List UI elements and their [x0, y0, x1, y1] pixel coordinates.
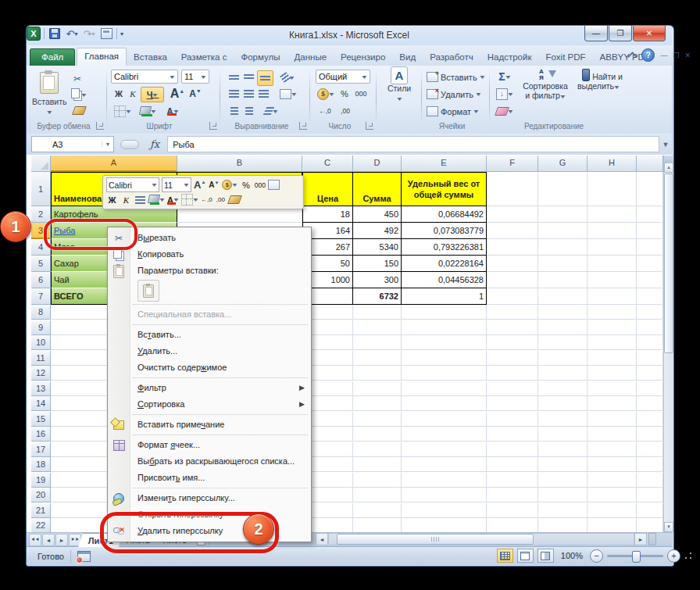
scroll-down-icon[interactable]: ▼ [664, 522, 673, 532]
menu-item-16[interactable]: Формат ячеек... [108, 437, 311, 453]
cell-D15[interactable] [353, 412, 402, 427]
wrap-text-button[interactable]: ▼ [260, 104, 282, 118]
cell-E5[interactable]: 0,02228164 [402, 256, 487, 272]
cell-F8[interactable] [487, 305, 538, 320]
menu-item-1[interactable]: Копировать [108, 246, 311, 263]
cell-3[interactable] [637, 223, 663, 239]
cell-F15[interactable] [487, 412, 538, 427]
name-box[interactable]: A3 ▼ [31, 136, 114, 152]
zoom-slider-thumb[interactable] [632, 551, 641, 563]
row-header-5[interactable]: 5 [31, 256, 51, 272]
column-header-F[interactable]: F [487, 156, 538, 172]
cell-G8[interactable] [538, 305, 588, 320]
cell-D20[interactable] [353, 488, 402, 502]
column-header-B[interactable]: B [177, 156, 302, 172]
cell-F3[interactable] [487, 223, 538, 239]
collapse-ribbon-icon[interactable] [628, 52, 638, 62]
percent-button[interactable]: % [339, 87, 350, 101]
cell-16[interactable] [637, 427, 663, 442]
zoom-out-button[interactable]: − [590, 549, 603, 563]
cell-9[interactable] [637, 320, 663, 335]
horizontal-scroll-track[interactable] [328, 533, 634, 545]
menu-item-12[interactable]: Сортировка▶ [108, 396, 311, 413]
number-format-combo[interactable]: Общий▼ [316, 70, 370, 84]
first-sheet-button[interactable]: ⯇⯇ [29, 534, 41, 546]
cell-H9[interactable] [588, 320, 637, 335]
cell-E6[interactable]: 0,04456328 [402, 272, 487, 288]
dialog-launcher-icon[interactable] [299, 122, 307, 130]
format-cells-button[interactable]: Формат▼ [427, 104, 479, 119]
mini-merge-button[interactable] [268, 178, 280, 191]
cell-H21[interactable] [588, 503, 637, 518]
vertical-scroll-thumb[interactable] [664, 173, 673, 353]
autosum-button[interactable]: Σ▼ [494, 70, 516, 84]
cell-H6[interactable] [588, 272, 637, 288]
font-name-combo[interactable]: Calibri▼ [111, 70, 178, 84]
cell-G22[interactable] [538, 518, 588, 532]
cell-E2[interactable]: 0,06684492 [402, 206, 487, 223]
select-all-corner[interactable] [31, 156, 51, 172]
row-header-12[interactable]: 12 [31, 366, 51, 381]
cell-D17[interactable] [353, 442, 402, 457]
mini-increase-decimal-button[interactable]: ,00 [215, 193, 227, 206]
row-header-20[interactable]: 20 [31, 488, 51, 502]
tab-вид[interactable]: Вид [392, 49, 423, 66]
cell-E8[interactable] [402, 305, 487, 320]
cell-G4[interactable] [538, 239, 588, 256]
cell-D18[interactable] [353, 457, 402, 472]
mini-font-color-button[interactable]: А▼ [167, 193, 179, 206]
cell-D3[interactable]: 492 [353, 223, 402, 239]
cell-H12[interactable] [588, 366, 637, 381]
cell-G5[interactable] [538, 256, 588, 272]
cell-G19[interactable] [538, 473, 588, 488]
cell-12[interactable] [637, 366, 663, 381]
cell-E10[interactable] [402, 335, 487, 350]
row-header-16[interactable]: 16 [31, 427, 51, 442]
cell-D12[interactable] [353, 366, 402, 381]
cell-13[interactable] [637, 381, 663, 396]
row-header-6[interactable]: 6 [31, 272, 51, 288]
orientation-button[interactable]: ▼ [277, 70, 298, 84]
cell-D16[interactable] [353, 427, 402, 442]
cell-D2[interactable]: 450 [353, 206, 402, 223]
cell-F2[interactable] [487, 206, 538, 223]
bold-button[interactable]: Ж [112, 87, 125, 101]
tab-данные[interactable]: Данные [288, 49, 334, 66]
menu-item-11[interactable]: Фильтр▶ [108, 380, 311, 396]
cell-17[interactable] [637, 442, 663, 457]
column-header-C[interactable]: C [302, 156, 353, 172]
cell-E22[interactable] [402, 518, 487, 532]
cell-H14[interactable] [588, 396, 637, 411]
cell-G14[interactable] [538, 396, 588, 411]
row-header-18[interactable]: 18 [31, 457, 51, 472]
row-header-13[interactable]: 13 [31, 381, 51, 396]
cell-G9[interactable] [538, 320, 588, 335]
cell-E14[interactable] [402, 396, 487, 411]
dialog-launcher-icon[interactable] [366, 122, 373, 130]
cell-4[interactable] [637, 239, 663, 256]
cell-E3[interactable]: 0,073083779 [402, 223, 487, 239]
cell-G2[interactable] [538, 206, 588, 223]
cell-H8[interactable] [588, 305, 637, 320]
row-header-22[interactable]: 22 [31, 518, 51, 532]
cell-F18[interactable] [487, 457, 538, 472]
cell-F5[interactable] [487, 256, 538, 272]
grow-font-button[interactable]: A▲ [169, 87, 186, 101]
cell-H17[interactable] [588, 442, 637, 457]
tab-надстройк[interactable]: Надстройк [480, 49, 539, 66]
increase-indent-button[interactable] [242, 104, 255, 118]
italic-button[interactable]: К [127, 87, 139, 101]
cell-E16[interactable] [402, 427, 487, 442]
cell-E13[interactable] [402, 381, 487, 396]
column-header-D[interactable]: D [353, 156, 402, 172]
mini-font-name-combo[interactable]: Calibri▼ [106, 177, 159, 192]
cell-G11[interactable] [538, 351, 588, 366]
cell-D9[interactable] [353, 320, 402, 335]
tab-разработч[interactable]: Разработч [423, 49, 480, 66]
cell-H15[interactable] [588, 412, 637, 427]
workbook-restore-button[interactable]: ❐ [673, 52, 679, 59]
cell-H7[interactable] [588, 288, 637, 305]
cell-H2[interactable] [588, 206, 637, 223]
mini-font-size-combo[interactable]: 11▼ [162, 177, 191, 192]
cell-D10[interactable] [353, 335, 402, 350]
